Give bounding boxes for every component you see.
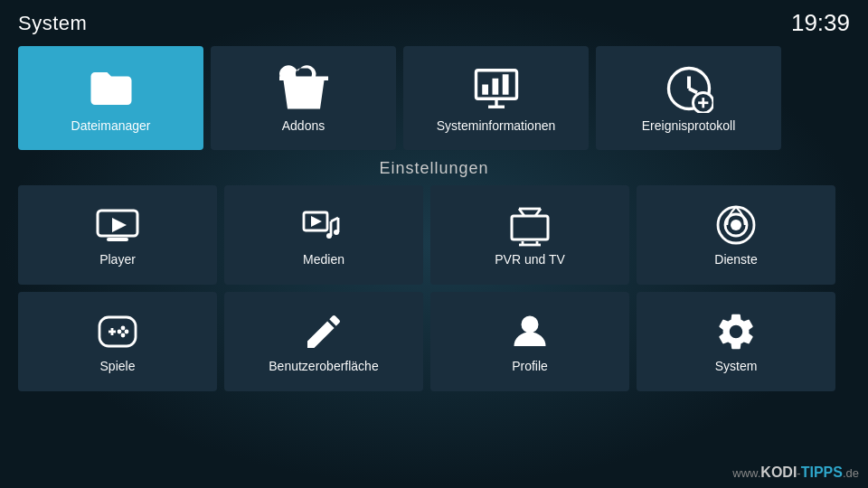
tile-spiele[interactable]: Spiele — [18, 292, 217, 391]
clock: 19:39 — [791, 9, 850, 37]
tile-medien[interactable]: Medien — [224, 185, 423, 285]
tile-system[interactable]: System — [637, 292, 835, 391]
watermark-suffix: .de — [843, 466, 859, 480]
tile-profile-label: Profile — [512, 359, 548, 373]
svg-rect-4 — [492, 78, 498, 94]
tile-system-label: System — [715, 359, 758, 373]
svg-line-8 — [689, 89, 697, 93]
tile-benutzeroberflaeche[interactable]: Benutzeroberfläche — [224, 292, 423, 391]
tile-pvr-und-tv[interactable]: PVR und TV — [430, 185, 629, 285]
tile-player[interactable]: Player — [18, 185, 217, 285]
svg-rect-5 — [502, 74, 508, 95]
page-title: System — [18, 12, 87, 35]
system-icon — [714, 310, 758, 353]
svg-point-22 — [334, 230, 339, 235]
player-icon — [96, 203, 139, 247]
tile-player-label: Player — [99, 252, 136, 267]
tile-systeminformationen-label: Systeminformationen — [437, 118, 556, 133]
folder-icon — [87, 64, 136, 113]
watermark-kodi: KODI — [760, 465, 797, 480]
watermark-tipps: TIPPS — [801, 465, 843, 480]
svg-marker-17 — [311, 216, 322, 227]
svg-point-35 — [121, 326, 126, 331]
svg-point-21 — [326, 233, 332, 239]
tile-addons[interactable]: Addons — [211, 46, 396, 150]
svg-rect-23 — [512, 216, 548, 239]
svg-point-38 — [118, 330, 122, 334]
tile-addons-label: Addons — [282, 118, 325, 133]
tile-pvr-label: PVR und TV — [495, 252, 565, 267]
grid-row-2: Spiele Benutzeroberfläche Profile — [18, 292, 850, 391]
tile-dienste[interactable]: Dienste — [637, 185, 835, 285]
tile-medien-label: Medien — [303, 252, 344, 267]
sysinfo-icon — [472, 64, 521, 113]
tile-ereignisprotokoll[interactable]: Ereignisprotokoll — [596, 46, 781, 150]
tile-systeminformationen[interactable]: Systeminformationen — [403, 46, 589, 150]
addons-icon — [279, 64, 328, 113]
svg-point-30 — [731, 220, 741, 230]
tile-dienste-label: Dienste — [714, 252, 757, 267]
profile-icon — [508, 310, 552, 353]
tile-dateimanager[interactable]: Dateimanager — [18, 46, 203, 150]
grid-row-1: Player Medien — [18, 185, 850, 285]
svg-rect-15 — [107, 238, 128, 241]
section-label: Einstellungen — [0, 159, 868, 178]
tile-ereignisprotokoll-label: Ereignisprotokoll — [642, 118, 736, 133]
svg-marker-14 — [112, 218, 127, 232]
tile-spiele-label: Spiele — [100, 359, 136, 373]
tile-benutzeroberflaeche-label: Benutzeroberfläche — [269, 359, 378, 373]
watermark-prefix: www. — [732, 466, 760, 480]
benutzeroberflaeche-icon — [302, 310, 345, 353]
svg-point-40 — [523, 317, 537, 332]
svg-rect-3 — [482, 84, 488, 94]
svg-point-37 — [121, 333, 126, 338]
top-tiles-row: Dateimanager Addons Systeminformationen — [0, 46, 868, 150]
watermark: www.KODI-TIPPS.de — [732, 465, 859, 481]
pvr-icon — [508, 203, 552, 247]
svg-point-36 — [125, 330, 129, 334]
tile-profile[interactable]: Profile — [430, 292, 629, 391]
tile-dateimanager-label: Dateimanager — [71, 118, 151, 133]
spiele-icon — [96, 310, 139, 353]
bottom-grid: Player Medien — [0, 185, 868, 391]
dienste-icon — [714, 203, 758, 247]
medien-icon — [302, 203, 345, 247]
ereignis-icon — [665, 64, 713, 113]
